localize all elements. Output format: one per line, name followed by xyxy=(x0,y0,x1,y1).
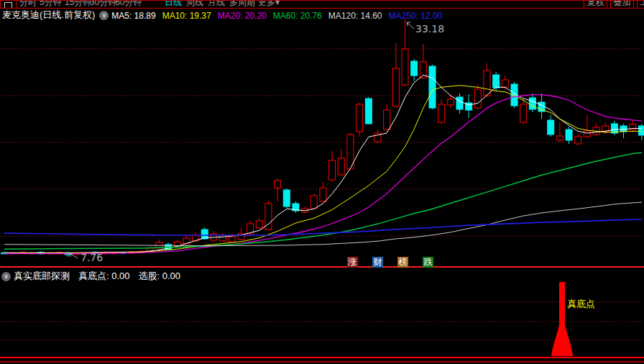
candle xyxy=(529,98,535,109)
candle xyxy=(283,190,290,206)
price-annotation: 7.76 xyxy=(80,252,103,263)
candle xyxy=(220,235,226,241)
candle xyxy=(638,126,644,135)
candle xyxy=(548,120,554,135)
watermark-badge-财: 财 xyxy=(372,257,383,268)
candle xyxy=(402,49,408,85)
price-annotation: 33.18 xyxy=(415,23,444,35)
candle xyxy=(275,181,281,188)
ma-line-ma250 xyxy=(4,219,642,235)
candle xyxy=(256,221,262,228)
candle xyxy=(356,104,363,132)
candle xyxy=(493,75,500,88)
candle xyxy=(429,66,436,108)
chevron-down-icon[interactable]: ∨ xyxy=(1,272,11,281)
candle xyxy=(484,70,490,96)
watermark-badge-榜: 榜 xyxy=(397,257,408,268)
candle xyxy=(438,104,445,122)
indicator-panel-header: ∨ 真实底部探测 真底点: 0.00 选股: 0.00 xyxy=(1,270,189,283)
candle xyxy=(584,131,590,137)
candle xyxy=(365,99,372,124)
signal-label: 真底点 xyxy=(567,299,595,309)
ma-line-ma10 xyxy=(4,86,642,253)
indicator-name: 真实底部探测 xyxy=(14,270,70,283)
candle xyxy=(392,68,399,106)
candle xyxy=(411,61,418,76)
candle xyxy=(474,89,481,108)
candle xyxy=(456,97,463,109)
candle xyxy=(338,158,344,175)
candle xyxy=(447,99,454,105)
candle xyxy=(384,110,390,129)
candle xyxy=(575,137,581,144)
signal-spike xyxy=(551,282,573,356)
indicator-field-xuangu: 选股: 0.00 xyxy=(139,270,181,283)
watermark-badge-跌: 跌 xyxy=(423,257,433,268)
indicator-field-zhendidian: 真底点: 0.00 xyxy=(78,270,130,283)
candle xyxy=(320,188,326,201)
candle xyxy=(310,196,317,209)
watermark-badge-涨: 涨 xyxy=(347,257,358,268)
annotation-arrow xyxy=(407,22,414,29)
ma-line-ma120 xyxy=(4,202,642,246)
ma-line-ma5 xyxy=(4,75,642,252)
candle xyxy=(566,129,572,140)
candle xyxy=(520,104,527,122)
candle xyxy=(229,237,235,242)
trading-app-window: 分时5分钟15分钟30分钟60分钟日线周线月线多周期更多▾ 复权叠加工具 麦克奥… xyxy=(0,0,644,364)
candle xyxy=(329,160,336,180)
candle xyxy=(502,80,508,87)
candlestick-chart: 33.187.76真底点 xyxy=(0,0,644,364)
candle xyxy=(556,136,563,140)
